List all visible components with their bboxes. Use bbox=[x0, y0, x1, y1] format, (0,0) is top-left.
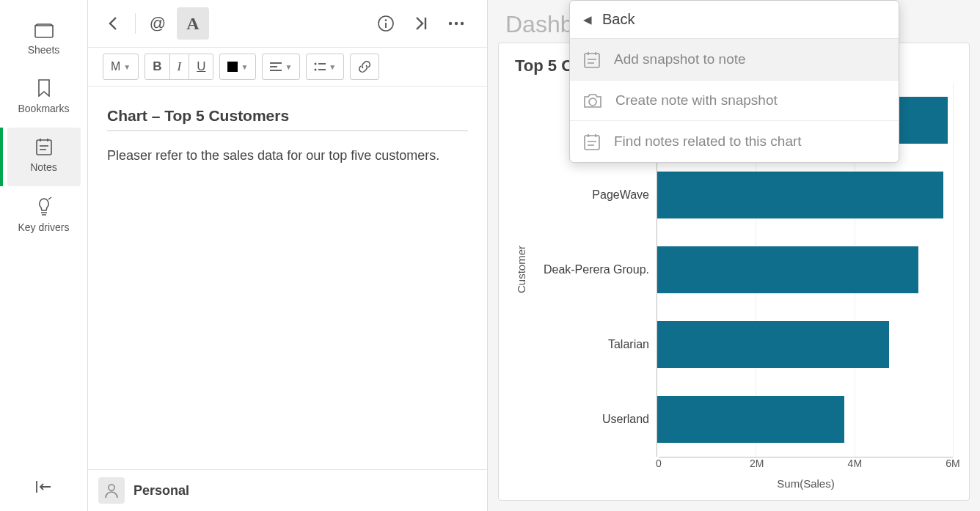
menu-item-label: Find notes related to this chart bbox=[614, 133, 802, 150]
lightbulb-icon bbox=[35, 196, 53, 216]
notes-footer: Personal bbox=[88, 469, 487, 511]
bookmark-icon bbox=[37, 79, 51, 97]
x-axis-label: Sum(Sales) bbox=[659, 474, 953, 490]
text-color-dropdown[interactable]: ▼ bbox=[220, 54, 255, 79]
category-label: PageWave bbox=[530, 158, 657, 232]
note-text: Pleaser refer to the sales data for our … bbox=[107, 146, 468, 166]
heading-size-dropdown[interactable]: M ▼ bbox=[103, 54, 138, 79]
chevron-right-bar-icon bbox=[414, 16, 428, 31]
menu-item-create-note[interactable]: Create note with snapshot bbox=[570, 81, 899, 121]
menu-item-add-snapshot[interactable]: Add snapshot to note bbox=[570, 39, 899, 81]
sidebar-item-notes[interactable]: Notes bbox=[7, 128, 81, 186]
italic-button[interactable]: I bbox=[170, 54, 190, 79]
sidebar-item-bookmarks[interactable]: Bookmarks bbox=[7, 69, 81, 128]
bar[interactable] bbox=[657, 246, 918, 293]
svg-point-20 bbox=[109, 485, 114, 490]
chevron-down-icon: ▼ bbox=[123, 63, 131, 71]
sheet-icon bbox=[34, 23, 54, 38]
notes-panel: @ A M ▼ B I U bbox=[88, 0, 488, 511]
back-button[interactable] bbox=[97, 7, 129, 40]
svg-point-12 bbox=[461, 22, 464, 25]
sidebar-item-sheets[interactable]: Sheets bbox=[7, 13, 81, 69]
sidebar-item-label: Key drivers bbox=[18, 221, 69, 233]
svg-point-17 bbox=[315, 69, 317, 71]
left-sidebar: Sheets Bookmarks Notes Key drivers bbox=[0, 0, 88, 511]
svg-point-11 bbox=[455, 22, 458, 25]
dashboard-area: Dashb Top 5 C Customer ParacelPageWaveDe… bbox=[488, 0, 980, 511]
chevron-left-icon bbox=[108, 16, 118, 31]
sidebar-item-label: Sheets bbox=[28, 44, 60, 56]
sidebar-item-label: Notes bbox=[30, 161, 57, 173]
text-style-button[interactable]: A bbox=[177, 7, 209, 40]
chevron-down-icon: ▼ bbox=[241, 63, 248, 71]
notes-icon bbox=[583, 133, 601, 150]
owner-avatar[interactable] bbox=[98, 477, 125, 504]
info-icon bbox=[377, 15, 395, 32]
more-horizontal-icon bbox=[448, 21, 464, 26]
svg-rect-27 bbox=[585, 136, 599, 150]
bar[interactable] bbox=[657, 172, 943, 218]
svg-point-7 bbox=[385, 19, 387, 21]
link-icon bbox=[358, 60, 371, 73]
y-axis-label: Customer bbox=[515, 246, 527, 293]
bar[interactable] bbox=[657, 396, 844, 442]
svg-rect-21 bbox=[585, 54, 599, 67]
bullet-list-icon bbox=[314, 62, 326, 71]
color-swatch-icon bbox=[227, 62, 238, 72]
note-body[interactable]: Chart – Top 5 Customers Pleaser refer to… bbox=[88, 87, 487, 469]
bold-button[interactable]: B bbox=[145, 54, 169, 79]
svg-point-26 bbox=[589, 98, 596, 106]
category-label: Talarian bbox=[530, 307, 657, 382]
bar[interactable] bbox=[657, 321, 889, 367]
notes-icon bbox=[583, 51, 601, 68]
letter-a-icon: A bbox=[186, 14, 199, 34]
divider bbox=[135, 13, 136, 34]
owner-label: Personal bbox=[134, 483, 189, 499]
svg-point-10 bbox=[449, 22, 452, 25]
notes-icon bbox=[36, 138, 52, 155]
menu-item-find-notes[interactable]: Find notes related to this chart bbox=[570, 121, 899, 162]
chevron-down-icon: ▼ bbox=[329, 63, 336, 71]
svg-point-16 bbox=[315, 63, 317, 65]
align-left-icon bbox=[270, 62, 282, 71]
category-label: Deak-Perera Group. bbox=[530, 232, 657, 307]
x-tick-label: 2M bbox=[750, 457, 764, 469]
sidebar-item-label: Bookmarks bbox=[18, 103, 69, 114]
info-button[interactable] bbox=[370, 7, 402, 40]
note-title: Chart – Top 5 Customers bbox=[107, 107, 468, 131]
mention-button[interactable]: @ bbox=[142, 7, 174, 40]
snapshot-menu-popover: ◀ Back Add snapshot to note Create note … bbox=[569, 0, 899, 163]
x-tick-label: 6M bbox=[946, 457, 959, 469]
format-toolbar: M ▼ B I U ▼ ▼ bbox=[88, 48, 487, 87]
link-button[interactable] bbox=[351, 54, 379, 79]
camera-icon bbox=[583, 92, 602, 109]
at-icon: @ bbox=[150, 14, 166, 33]
notes-topbar: @ A bbox=[88, 0, 487, 48]
list-dropdown[interactable]: ▼ bbox=[307, 54, 343, 79]
svg-rect-0 bbox=[37, 140, 51, 155]
x-tick-label: 4M bbox=[848, 457, 862, 469]
x-tick-label: 0 bbox=[656, 457, 662, 469]
goto-end-button[interactable] bbox=[405, 7, 437, 40]
menu-item-label: Add snapshot to note bbox=[614, 51, 746, 67]
category-label: Userland bbox=[530, 382, 657, 457]
popover-back-button[interactable]: ◀ Back bbox=[570, 1, 899, 39]
person-icon bbox=[104, 483, 119, 498]
popover-back-label: Back bbox=[602, 11, 635, 28]
underline-button[interactable]: U bbox=[189, 54, 213, 79]
triangle-left-icon: ◀ bbox=[583, 13, 592, 26]
menu-item-label: Create note with snapshot bbox=[615, 92, 778, 109]
heading-size-value: M bbox=[111, 60, 120, 73]
collapse-sidebar-button[interactable] bbox=[36, 480, 52, 496]
chevron-down-icon: ▼ bbox=[285, 63, 292, 71]
more-button[interactable] bbox=[440, 7, 472, 40]
alignment-dropdown[interactable]: ▼ bbox=[263, 54, 299, 79]
sidebar-item-keydrivers[interactable]: Key drivers bbox=[7, 186, 81, 246]
